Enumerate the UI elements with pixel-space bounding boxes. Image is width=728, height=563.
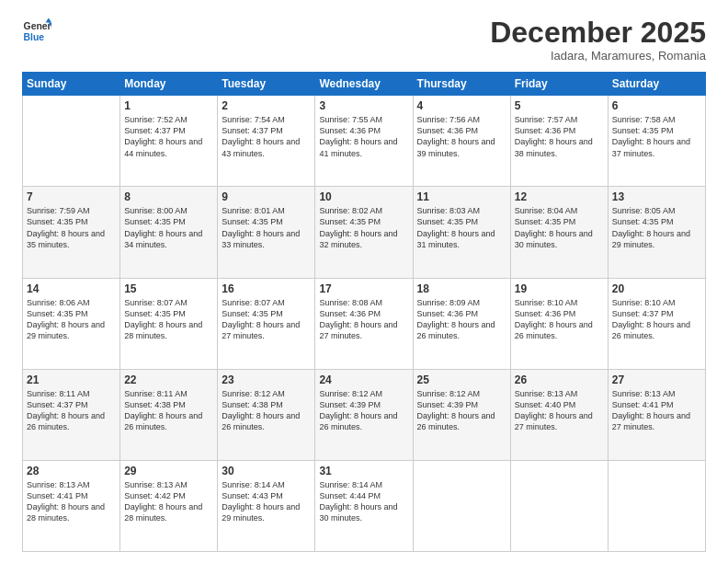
- day-number: 16: [222, 282, 311, 295]
- cell-info: Sunrise: 8:10 AM Sunset: 4:37 PM Dayligh…: [612, 297, 701, 342]
- table-row: 29Sunrise: 8:13 AM Sunset: 4:42 PM Dayli…: [120, 460, 218, 551]
- svg-marker-2: [46, 18, 51, 23]
- table-row: 4Sunrise: 7:56 AM Sunset: 4:36 PM Daylig…: [413, 96, 510, 187]
- cell-info: Sunrise: 7:52 AM Sunset: 4:37 PM Dayligh…: [124, 114, 213, 159]
- day-number: 28: [27, 465, 116, 477]
- cell-info: Sunrise: 8:03 AM Sunset: 4:35 PM Dayligh…: [417, 205, 506, 250]
- day-number: 13: [612, 190, 701, 203]
- header: General Blue December 2025 Iadara, Maram…: [22, 17, 706, 63]
- day-number: 24: [319, 373, 408, 386]
- table-row: 28Sunrise: 8:13 AM Sunset: 4:41 PM Dayli…: [23, 460, 120, 551]
- day-number: 9: [222, 190, 311, 203]
- table-row: 6Sunrise: 7:58 AM Sunset: 4:35 PM Daylig…: [608, 96, 705, 187]
- day-number: 27: [612, 373, 701, 386]
- table-row: 9Sunrise: 8:01 AM Sunset: 4:35 PM Daylig…: [218, 187, 315, 278]
- table-row: [510, 460, 608, 551]
- cell-info: Sunrise: 8:13 AM Sunset: 4:41 PM Dayligh…: [612, 388, 701, 433]
- day-number: 25: [417, 373, 506, 386]
- cell-info: Sunrise: 8:14 AM Sunset: 4:44 PM Dayligh…: [319, 479, 408, 524]
- cell-info: Sunrise: 8:12 AM Sunset: 4:39 PM Dayligh…: [417, 388, 506, 433]
- cell-info: Sunrise: 8:05 AM Sunset: 4:35 PM Dayligh…: [612, 205, 701, 250]
- col-monday: Monday: [120, 73, 218, 96]
- cell-info: Sunrise: 7:58 AM Sunset: 4:35 PM Dayligh…: [612, 114, 701, 159]
- cell-info: Sunrise: 7:54 AM Sunset: 4:37 PM Dayligh…: [222, 114, 311, 159]
- cell-info: Sunrise: 8:11 AM Sunset: 4:38 PM Dayligh…: [124, 388, 213, 433]
- table-row: 15Sunrise: 8:07 AM Sunset: 4:35 PM Dayli…: [120, 278, 218, 369]
- day-number: 31: [319, 465, 408, 477]
- cell-info: Sunrise: 8:12 AM Sunset: 4:39 PM Dayligh…: [319, 388, 408, 433]
- day-number: 26: [515, 373, 604, 386]
- calendar-header-row: Sunday Monday Tuesday Wednesday Thursday…: [23, 73, 706, 96]
- cell-info: Sunrise: 8:04 AM Sunset: 4:35 PM Dayligh…: [515, 205, 604, 250]
- day-number: 12: [515, 190, 604, 203]
- day-number: 30: [222, 465, 311, 477]
- day-number: 6: [612, 99, 701, 112]
- cell-info: Sunrise: 7:57 AM Sunset: 4:36 PM Dayligh…: [515, 114, 604, 159]
- day-number: 7: [27, 190, 116, 203]
- cell-info: Sunrise: 7:59 AM Sunset: 4:35 PM Dayligh…: [27, 205, 116, 250]
- table-row: 12Sunrise: 8:04 AM Sunset: 4:35 PM Dayli…: [510, 187, 608, 278]
- day-number: 4: [417, 99, 506, 112]
- table-row: 7Sunrise: 7:59 AM Sunset: 4:35 PM Daylig…: [23, 187, 120, 278]
- day-number: 21: [27, 373, 116, 386]
- col-tuesday: Tuesday: [218, 73, 315, 96]
- month-title: December 2025: [490, 17, 706, 49]
- cell-info: Sunrise: 8:10 AM Sunset: 4:36 PM Dayligh…: [515, 297, 604, 342]
- table-row: 20Sunrise: 8:10 AM Sunset: 4:37 PM Dayli…: [608, 278, 705, 369]
- day-number: 20: [612, 282, 701, 295]
- cell-info: Sunrise: 8:07 AM Sunset: 4:35 PM Dayligh…: [222, 297, 311, 342]
- table-row: 31Sunrise: 8:14 AM Sunset: 4:44 PM Dayli…: [315, 460, 413, 551]
- table-row: [608, 460, 705, 551]
- day-number: 15: [124, 282, 213, 295]
- cell-info: Sunrise: 8:11 AM Sunset: 4:37 PM Dayligh…: [27, 388, 116, 433]
- table-row: 16Sunrise: 8:07 AM Sunset: 4:35 PM Dayli…: [218, 278, 315, 369]
- table-row: 5Sunrise: 7:57 AM Sunset: 4:36 PM Daylig…: [510, 96, 608, 187]
- table-row: 27Sunrise: 8:13 AM Sunset: 4:41 PM Dayli…: [608, 369, 705, 460]
- table-row: 25Sunrise: 8:12 AM Sunset: 4:39 PM Dayli…: [413, 369, 510, 460]
- day-number: 2: [222, 99, 311, 112]
- day-number: 19: [515, 282, 604, 295]
- cell-info: Sunrise: 8:13 AM Sunset: 4:40 PM Dayligh…: [515, 388, 604, 433]
- day-number: 3: [319, 99, 408, 112]
- day-number: 5: [515, 99, 604, 112]
- table-row: 13Sunrise: 8:05 AM Sunset: 4:35 PM Dayli…: [608, 187, 705, 278]
- svg-text:General: General: [24, 21, 51, 31]
- col-wednesday: Wednesday: [315, 73, 413, 96]
- logo: General Blue: [22, 17, 51, 46]
- col-sunday: Sunday: [23, 73, 120, 96]
- day-number: 22: [124, 373, 213, 386]
- table-row: 1Sunrise: 7:52 AM Sunset: 4:37 PM Daylig…: [120, 96, 218, 187]
- table-row: 21Sunrise: 8:11 AM Sunset: 4:37 PM Dayli…: [23, 369, 120, 460]
- table-row: [413, 460, 510, 551]
- table-row: 23Sunrise: 8:12 AM Sunset: 4:38 PM Dayli…: [218, 369, 315, 460]
- table-row: 10Sunrise: 8:02 AM Sunset: 4:35 PM Dayli…: [315, 187, 413, 278]
- table-row: 24Sunrise: 8:12 AM Sunset: 4:39 PM Dayli…: [315, 369, 413, 460]
- table-row: 3Sunrise: 7:55 AM Sunset: 4:36 PM Daylig…: [315, 96, 413, 187]
- table-row: 2Sunrise: 7:54 AM Sunset: 4:37 PM Daylig…: [218, 96, 315, 187]
- cell-info: Sunrise: 8:13 AM Sunset: 4:42 PM Dayligh…: [124, 479, 213, 524]
- day-number: 23: [222, 373, 311, 386]
- cell-info: Sunrise: 8:02 AM Sunset: 4:35 PM Dayligh…: [319, 205, 408, 250]
- cell-info: Sunrise: 8:13 AM Sunset: 4:41 PM Dayligh…: [27, 479, 116, 524]
- cell-info: Sunrise: 8:08 AM Sunset: 4:36 PM Dayligh…: [319, 297, 408, 342]
- table-row: 18Sunrise: 8:09 AM Sunset: 4:36 PM Dayli…: [413, 278, 510, 369]
- cell-info: Sunrise: 8:00 AM Sunset: 4:35 PM Dayligh…: [124, 205, 213, 250]
- col-friday: Friday: [510, 73, 608, 96]
- day-number: 8: [124, 190, 213, 203]
- day-number: 18: [417, 282, 506, 295]
- table-row: 11Sunrise: 8:03 AM Sunset: 4:35 PM Dayli…: [413, 187, 510, 278]
- svg-text:Blue: Blue: [24, 32, 45, 42]
- cell-info: Sunrise: 8:01 AM Sunset: 4:35 PM Dayligh…: [222, 205, 311, 250]
- page: General Blue December 2025 Iadara, Maram…: [0, 0, 728, 563]
- day-number: 1: [124, 99, 213, 112]
- day-number: 14: [27, 282, 116, 295]
- table-row: 26Sunrise: 8:13 AM Sunset: 4:40 PM Dayli…: [510, 369, 608, 460]
- table-row: [23, 96, 120, 187]
- day-number: 11: [417, 190, 506, 203]
- cell-info: Sunrise: 8:07 AM Sunset: 4:35 PM Dayligh…: [124, 297, 213, 342]
- day-number: 29: [124, 465, 213, 477]
- col-thursday: Thursday: [413, 73, 510, 96]
- table-row: 22Sunrise: 8:11 AM Sunset: 4:38 PM Dayli…: [120, 369, 218, 460]
- table-row: 8Sunrise: 8:00 AM Sunset: 4:35 PM Daylig…: [120, 187, 218, 278]
- logo-icon: General Blue: [22, 17, 51, 46]
